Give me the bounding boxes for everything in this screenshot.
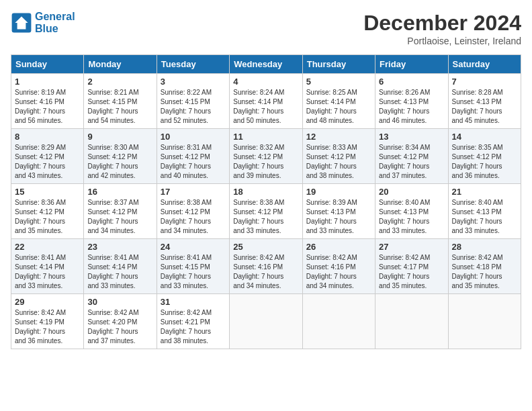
day-info: Sunrise: 8:34 AMSunset: 4:12 PMDaylight:… [379, 143, 444, 181]
calendar-cell: 16Sunrise: 8:37 AMSunset: 4:12 PMDayligh… [84, 184, 157, 239]
logo-blue: Blue [35, 23, 75, 35]
day-number: 24 [161, 242, 226, 252]
day-info: Sunrise: 8:26 AMSunset: 4:13 PMDaylight:… [379, 88, 444, 126]
day-number: 2 [87, 77, 152, 87]
logo: General Blue [11, 11, 75, 35]
weekday-header: Monday [84, 55, 157, 74]
calendar-header-row: SundayMondayTuesdayWednesdayThursdayFrid… [11, 55, 521, 74]
calendar-cell: 10Sunrise: 8:31 AMSunset: 4:12 PMDayligh… [157, 129, 229, 184]
calendar-cell: 1Sunrise: 8:19 AMSunset: 4:16 PMDaylight… [11, 74, 84, 129]
day-number: 4 [233, 77, 298, 87]
day-number: 18 [233, 187, 298, 197]
day-info: Sunrise: 8:41 AMSunset: 4:14 PMDaylight:… [15, 253, 80, 291]
day-info: Sunrise: 8:42 AMSunset: 4:21 PMDaylight:… [161, 308, 226, 346]
calendar-cell: 18Sunrise: 8:38 AMSunset: 4:12 PMDayligh… [230, 184, 302, 239]
calendar-cell: 21Sunrise: 8:40 AMSunset: 4:13 PMDayligh… [448, 184, 521, 239]
day-number: 30 [87, 297, 152, 307]
weekday-header: Saturday [448, 55, 521, 74]
calendar-row: 22Sunrise: 8:41 AMSunset: 4:14 PMDayligh… [11, 239, 521, 294]
day-number: 6 [379, 77, 444, 87]
day-info: Sunrise: 8:36 AMSunset: 4:12 PMDaylight:… [15, 198, 80, 236]
calendar-cell: 28Sunrise: 8:42 AMSunset: 4:18 PMDayligh… [448, 239, 521, 294]
weekday-header: Thursday [302, 55, 375, 74]
day-info: Sunrise: 8:21 AMSunset: 4:15 PMDaylight:… [87, 88, 152, 126]
day-info: Sunrise: 8:25 AMSunset: 4:14 PMDaylight:… [306, 88, 371, 126]
day-number: 31 [161, 297, 226, 307]
day-number: 25 [233, 242, 298, 252]
title-area: December 2024 Portlaoise, Leinster, Irel… [363, 11, 521, 46]
day-number: 27 [379, 242, 444, 252]
calendar-row: 29Sunrise: 8:42 AMSunset: 4:19 PMDayligh… [11, 294, 521, 349]
calendar-cell: 9Sunrise: 8:30 AMSunset: 4:12 PMDaylight… [84, 129, 157, 184]
calendar-cell [230, 294, 302, 349]
day-info: Sunrise: 8:29 AMSunset: 4:12 PMDaylight:… [15, 143, 80, 181]
calendar-cell: 11Sunrise: 8:32 AMSunset: 4:12 PMDayligh… [230, 129, 302, 184]
day-number: 7 [452, 77, 517, 87]
weekday-header: Tuesday [157, 55, 229, 74]
calendar-cell: 5Sunrise: 8:25 AMSunset: 4:14 PMDaylight… [302, 74, 375, 129]
month-title: December 2024 [363, 11, 521, 36]
day-number: 3 [161, 77, 226, 87]
day-number: 29 [15, 297, 80, 307]
calendar-cell [375, 294, 448, 349]
day-info: Sunrise: 8:42 AMSunset: 4:18 PMDaylight:… [452, 253, 517, 291]
weekday-header: Sunday [11, 55, 84, 74]
calendar-cell: 19Sunrise: 8:39 AMSunset: 4:13 PMDayligh… [302, 184, 375, 239]
calendar-cell: 20Sunrise: 8:40 AMSunset: 4:13 PMDayligh… [375, 184, 448, 239]
weekday-header: Friday [375, 55, 448, 74]
day-info: Sunrise: 8:32 AMSunset: 4:12 PMDaylight:… [233, 143, 298, 181]
calendar-cell: 15Sunrise: 8:36 AMSunset: 4:12 PMDayligh… [11, 184, 84, 239]
calendar-cell: 2Sunrise: 8:21 AMSunset: 4:15 PMDaylight… [84, 74, 157, 129]
day-number: 16 [87, 187, 152, 197]
page-header: General Blue December 2024 Portlaoise, L… [11, 11, 521, 46]
day-info: Sunrise: 8:24 AMSunset: 4:14 PMDaylight:… [233, 88, 298, 126]
calendar-cell: 7Sunrise: 8:28 AMSunset: 4:13 PMDaylight… [448, 74, 521, 129]
calendar-cell: 6Sunrise: 8:26 AMSunset: 4:13 PMDaylight… [375, 74, 448, 129]
day-number: 21 [452, 187, 517, 197]
calendar-cell: 24Sunrise: 8:41 AMSunset: 4:15 PMDayligh… [157, 239, 229, 294]
day-info: Sunrise: 8:42 AMSunset: 4:16 PMDaylight:… [233, 253, 298, 291]
calendar-cell: 13Sunrise: 8:34 AMSunset: 4:12 PMDayligh… [375, 129, 448, 184]
day-info: Sunrise: 8:30 AMSunset: 4:12 PMDaylight:… [87, 143, 152, 181]
day-number: 10 [161, 132, 226, 142]
day-info: Sunrise: 8:19 AMSunset: 4:16 PMDaylight:… [15, 88, 80, 126]
day-info: Sunrise: 8:42 AMSunset: 4:16 PMDaylight:… [306, 253, 371, 291]
calendar-cell [302, 294, 375, 349]
day-info: Sunrise: 8:39 AMSunset: 4:13 PMDaylight:… [306, 198, 371, 236]
calendar-cell: 30Sunrise: 8:42 AMSunset: 4:20 PMDayligh… [84, 294, 157, 349]
day-info: Sunrise: 8:40 AMSunset: 4:13 PMDaylight:… [379, 198, 444, 236]
calendar-row: 15Sunrise: 8:36 AMSunset: 4:12 PMDayligh… [11, 184, 521, 239]
calendar-row: 1Sunrise: 8:19 AMSunset: 4:16 PMDaylight… [11, 74, 521, 129]
day-info: Sunrise: 8:35 AMSunset: 4:12 PMDaylight:… [452, 143, 517, 181]
day-number: 20 [379, 187, 444, 197]
calendar-cell: 29Sunrise: 8:42 AMSunset: 4:19 PMDayligh… [11, 294, 84, 349]
logo-general: General [35, 11, 75, 23]
calendar-cell: 23Sunrise: 8:41 AMSunset: 4:14 PMDayligh… [84, 239, 157, 294]
calendar-cell: 12Sunrise: 8:33 AMSunset: 4:12 PMDayligh… [302, 129, 375, 184]
logo-icon [11, 12, 32, 34]
day-info: Sunrise: 8:42 AMSunset: 4:17 PMDaylight:… [379, 253, 444, 291]
calendar-cell [448, 294, 521, 349]
day-number: 22 [15, 242, 80, 252]
day-info: Sunrise: 8:28 AMSunset: 4:13 PMDaylight:… [452, 88, 517, 126]
day-number: 15 [15, 187, 80, 197]
calendar-cell: 3Sunrise: 8:22 AMSunset: 4:15 PMDaylight… [157, 74, 229, 129]
day-info: Sunrise: 8:38 AMSunset: 4:12 PMDaylight:… [233, 198, 298, 236]
day-number: 17 [161, 187, 226, 197]
day-number: 28 [452, 242, 517, 252]
location-title: Portlaoise, Leinster, Ireland [363, 36, 521, 46]
calendar-cell: 17Sunrise: 8:38 AMSunset: 4:12 PMDayligh… [157, 184, 229, 239]
calendar-cell: 8Sunrise: 8:29 AMSunset: 4:12 PMDaylight… [11, 129, 84, 184]
calendar-cell: 25Sunrise: 8:42 AMSunset: 4:16 PMDayligh… [230, 239, 302, 294]
day-number: 9 [87, 132, 152, 142]
day-info: Sunrise: 8:37 AMSunset: 4:12 PMDaylight:… [87, 198, 152, 236]
day-info: Sunrise: 8:33 AMSunset: 4:12 PMDaylight:… [306, 143, 371, 181]
day-number: 5 [306, 77, 371, 87]
calendar-cell: 26Sunrise: 8:42 AMSunset: 4:16 PMDayligh… [302, 239, 375, 294]
calendar-table: SundayMondayTuesdayWednesdayThursdayFrid… [11, 54, 521, 349]
day-info: Sunrise: 8:41 AMSunset: 4:14 PMDaylight:… [87, 253, 152, 291]
day-info: Sunrise: 8:40 AMSunset: 4:13 PMDaylight:… [452, 198, 517, 236]
weekday-header: Wednesday [230, 55, 302, 74]
calendar-cell: 22Sunrise: 8:41 AMSunset: 4:14 PMDayligh… [11, 239, 84, 294]
day-info: Sunrise: 8:41 AMSunset: 4:15 PMDaylight:… [161, 253, 226, 291]
